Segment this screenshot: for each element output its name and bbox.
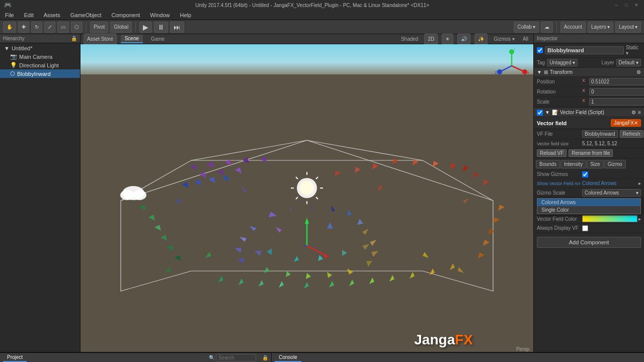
svg-marker-100 (423, 252, 429, 258)
svg-marker-73 (331, 206, 335, 212)
show-gizmos-checkbox[interactable] (582, 171, 588, 177)
svg-line-16 (316, 177, 318, 179)
vf-script-icon: 📝 (552, 110, 558, 115)
cloud-button[interactable]: ☁ (541, 22, 553, 33)
tab-intensity[interactable]: Intensity (560, 160, 586, 168)
add-component-button[interactable]: Add Component (537, 237, 641, 248)
directional-light-gizmo (291, 172, 323, 204)
step-button[interactable]: ⏭ (170, 22, 184, 33)
titlebar: 🎮 Unity 2017.4.5f1 (64bit) - Untitled - … (0, 0, 644, 10)
move-tool[interactable]: ✚ (18, 22, 29, 33)
menu-file[interactable]: File (3, 11, 16, 19)
rotate-tool[interactable]: ↻ (31, 22, 42, 33)
vf-refresh-button[interactable]: Refresh (620, 130, 643, 138)
2d-button[interactable]: 2D (424, 34, 438, 45)
rotation-x-input[interactable] (589, 88, 644, 96)
vf-size-value: 5.12, 5.12, 5.12 (582, 141, 641, 146)
collab-label: Collab (517, 24, 531, 30)
svg-marker-37 (392, 158, 398, 164)
tab-game[interactable]: Game (147, 35, 169, 43)
hierarchy-item-blobbyinward[interactable]: ⬡ BlobbyInward (0, 69, 80, 78)
rect-tool[interactable]: ▭ (57, 22, 69, 33)
svg-marker-83 (366, 261, 372, 267)
pivot-button[interactable]: Pivot (90, 22, 108, 33)
svg-marker-45 (473, 172, 479, 178)
gizmo-scale-dropdown[interactable]: Colored Arrows ▾ (582, 189, 641, 197)
gizmos-dropdown[interactable]: Gizmos ▾ (492, 35, 517, 43)
vf-component-enable[interactable] (537, 110, 543, 116)
vf-settings-icon[interactable]: ⚙ (631, 110, 636, 115)
layout-button[interactable]: Layout ▾ (615, 22, 641, 33)
svg-line-15 (296, 177, 298, 179)
global-button[interactable]: Global (110, 22, 132, 33)
transform-title: Transform (550, 69, 573, 75)
menu-window[interactable]: Window (148, 11, 172, 19)
svg-marker-28 (243, 157, 249, 163)
tab-bounds[interactable]: Bounds (536, 160, 560, 168)
layer-dropdown[interactable]: Default ▾ (616, 59, 641, 66)
rotation-row: Rotation X Y Z (534, 87, 644, 97)
hierarchy-item-dirlight[interactable]: 💡 Directional Light (0, 61, 80, 69)
project-lock-icon[interactable]: 🔒 (262, 355, 268, 360)
jangafx-label[interactable]: JangaFX✕ (611, 119, 641, 127)
pause-button[interactable]: ⏸ (154, 22, 168, 33)
hand-tool[interactable]: ✋ (3, 22, 16, 33)
menu-component[interactable]: Component (109, 11, 142, 19)
scale-tool[interactable]: ⤢ (44, 22, 55, 33)
dropdown-option-colored-arrows[interactable]: Colored Arrows (537, 199, 640, 206)
hierarchy-header: Hierarchy 🔒 (0, 34, 80, 43)
dropdown-option-other[interactable]: Single Color (537, 206, 640, 214)
svg-marker-51 (167, 245, 174, 251)
gameobject-active-toggle[interactable] (537, 47, 543, 53)
vf-menu-icon[interactable]: ≡ (638, 110, 641, 115)
project-search-input[interactable] (216, 354, 256, 361)
svg-marker-60 (259, 280, 264, 287)
vf-color-expand[interactable]: ▸ (638, 216, 641, 222)
collab-button[interactable]: Collab ▾ (514, 22, 538, 33)
vf-color-picker[interactable] (582, 215, 637, 222)
position-xyz: X Y Z (582, 78, 644, 85)
shaded-dropdown[interactable]: Shaded (399, 35, 420, 43)
close-button[interactable]: ✕ (633, 2, 640, 9)
position-x-input[interactable] (589, 78, 644, 85)
tab-size[interactable]: Size (587, 160, 603, 168)
transform-settings-icon[interactable]: ⚙ (636, 69, 641, 75)
orientation-gizmo-svg: Y X Z (494, 48, 529, 83)
menu-help[interactable]: Help (178, 11, 193, 19)
asset-store-button[interactable]: Asset Store (84, 34, 117, 45)
vector-field-visualization (80, 44, 533, 352)
blobbyinward-label: BlobbyInward (17, 71, 51, 77)
play-button[interactable]: ▶ (139, 22, 152, 33)
hierarchy-item-maincamera[interactable]: 📷 Main Camera (0, 52, 80, 61)
tab-scene[interactable]: Scene (121, 35, 143, 43)
svg-marker-35 (209, 177, 215, 183)
transform-all-tool[interactable]: ⬡ (71, 22, 83, 33)
layers-button[interactable]: Layers ▾ (588, 22, 613, 33)
svg-marker-65 (369, 278, 374, 284)
reload-vf-button[interactable]: Reload VF (537, 149, 567, 157)
effects-button[interactable]: ✨ (474, 34, 488, 45)
all-label[interactable]: All (521, 35, 530, 43)
menu-assets[interactable]: Assets (42, 11, 62, 19)
project-tab[interactable]: Project (3, 353, 27, 362)
hierarchy-lock[interactable]: 🔒 (71, 36, 77, 41)
menu-edit[interactable]: Edit (22, 11, 36, 19)
hierarchy-item-untitled[interactable]: ▼ Untitled* (0, 44, 80, 52)
scene-orientation-gizmo[interactable]: Y X Z (494, 48, 529, 83)
menu-gameobject[interactable]: GameObject (68, 11, 104, 19)
console-tab[interactable]: Console (275, 353, 301, 362)
always-display-checkbox[interactable] (582, 225, 588, 231)
position-row: Position X Y Z (534, 77, 644, 87)
maximize-button[interactable]: □ (623, 2, 630, 9)
audio-button[interactable]: 🔊 (457, 34, 470, 45)
tab-gizmo[interactable]: Gizmo (604, 160, 626, 168)
svg-marker-22 (323, 253, 329, 258)
gameobject-name-input[interactable] (545, 46, 624, 54)
svg-marker-80 (362, 229, 368, 235)
tag-dropdown[interactable]: Untagged ▾ (547, 59, 578, 66)
rename-from-file-button[interactable]: Rename from file (569, 149, 613, 157)
scale-x-input[interactable] (589, 98, 644, 106)
lighting-button[interactable]: ☀ (442, 34, 453, 45)
account-button[interactable]: Account (560, 22, 586, 33)
minimize-button[interactable]: ─ (613, 2, 620, 9)
